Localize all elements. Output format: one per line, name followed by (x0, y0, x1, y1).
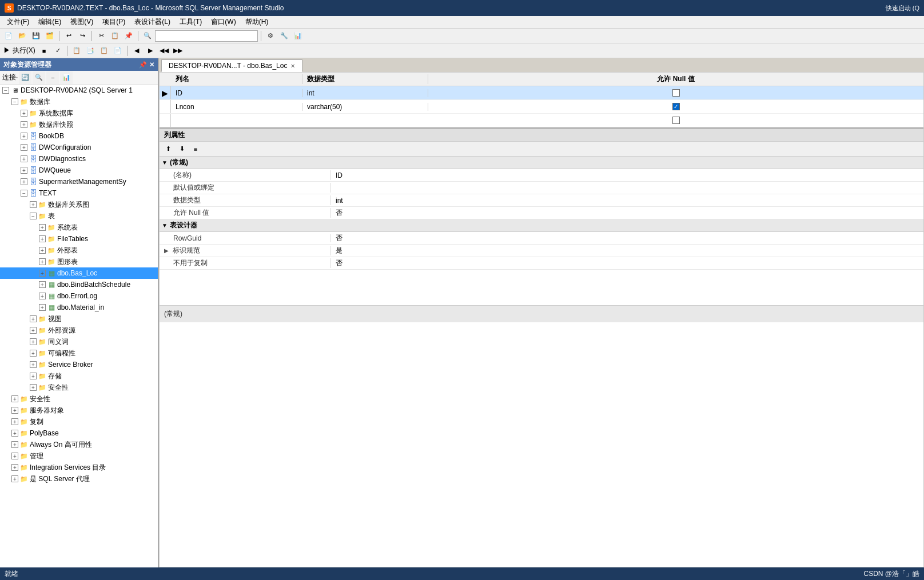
tree-item-material[interactable]: +▦dbo.Material_in (0, 302, 158, 313)
prop-value-rowguid[interactable]: 否 (331, 233, 923, 243)
search-input[interactable] (155, 30, 258, 42)
tree-item-filetables[interactable]: +📁FileTables (0, 233, 158, 245)
expand-icon-external[interactable]: + (30, 327, 37, 334)
tb2-btn3[interactable]: 📋 (98, 45, 110, 57)
tb2-btn1[interactable]: 📋 (70, 45, 83, 57)
tree-item-bookdb[interactable]: +🗄BookDB (0, 130, 158, 142)
expand-icon-polybase[interactable]: + (11, 430, 18, 437)
expand-icon-servicebroker[interactable]: + (30, 361, 37, 368)
expand-icon-text[interactable]: − (21, 190, 27, 197)
expand-icon-dwqueue[interactable]: + (21, 167, 27, 174)
prop-value-noreplicate[interactable]: 否 (331, 258, 923, 268)
table-row[interactable]: Lncon varchar(50) (160, 100, 923, 114)
undo-btn[interactable]: ↩ (62, 30, 75, 42)
props-row-identity[interactable]: ▶ 标识规范 是 (160, 245, 923, 257)
expand-icon-dwconfig[interactable]: + (21, 144, 27, 151)
menu-project[interactable]: 项目(P) (98, 16, 130, 28)
cut-btn[interactable]: ✂ (95, 30, 107, 42)
tree-item-dwconfig[interactable]: +🗄DWConfiguration (0, 142, 158, 153)
props-row-rowguid[interactable]: RowGuid 否 (160, 232, 923, 245)
tree-item-tables[interactable]: −📁表 (0, 210, 158, 222)
expand-icon-bindbatch[interactable]: + (39, 281, 46, 288)
expand-icon-systemdbs[interactable]: + (21, 110, 27, 117)
tree-item-programmability[interactable]: +📁可编程性 (0, 347, 158, 359)
tree-item-dbsnapshots[interactable]: +📁数据库快照 (0, 119, 158, 130)
oe-collapse-btn[interactable]: − (46, 71, 59, 84)
menu-file[interactable]: 文件(F) (2, 16, 34, 28)
props-categorized-btn[interactable]: ≡ (189, 143, 202, 155)
expand-icon-synonyms[interactable]: + (30, 338, 37, 345)
save-btn[interactable]: 💾 (30, 30, 42, 42)
expand-icon-material[interactable]: + (39, 304, 46, 311)
oe-close-btn[interactable]: ✕ (149, 61, 154, 69)
oe-pin-btn[interactable]: 📌 (139, 61, 147, 69)
tree-item-storage[interactable]: +📁存储 (0, 370, 158, 382)
tree-item-alwayson[interactable]: +📁Always On 高可用性 (0, 439, 158, 450)
menu-edit[interactable]: 编辑(E) (34, 16, 66, 28)
menu-help[interactable]: 帮助(H) (241, 16, 273, 28)
parse-btn[interactable]: ✓ (51, 45, 64, 57)
tb2-btn4[interactable]: 📄 (111, 45, 124, 57)
expand-icon-sqlagent[interactable]: + (11, 475, 18, 482)
menu-tabledesigner[interactable]: 表设计器(L) (130, 16, 175, 28)
tab-close-btn[interactable]: ✕ (290, 63, 295, 69)
tb-btn2[interactable]: 🔧 (278, 30, 290, 42)
expand-icon-server[interactable]: − (2, 87, 9, 94)
tree-item-replication[interactable]: +📁复制 (0, 416, 158, 427)
tree-item-serverobjects[interactable]: +📁服务器对象 (0, 405, 158, 416)
expand-icon-filetables[interactable]: + (39, 235, 46, 242)
redo-btn[interactable]: ↪ (76, 30, 89, 42)
menu-tools[interactable]: 工具(T) (175, 16, 206, 28)
properties-btn[interactable]: ⚙ (264, 30, 277, 42)
new-query-btn[interactable]: 📄 (2, 30, 15, 42)
expand-icon-tables[interactable]: − (30, 213, 37, 219)
paste-btn[interactable]: 📌 (122, 30, 135, 42)
expand-icon-security2[interactable]: + (30, 384, 37, 391)
tree-item-integration[interactable]: +📁Integration Services 目录 (0, 462, 158, 473)
props-row-name[interactable]: (名称) ID (160, 169, 923, 182)
tree-item-sqlagent[interactable]: +📁是 SQL Server 代理 (0, 473, 158, 485)
expand-icon-security[interactable]: + (11, 395, 18, 402)
tree-item-bas_loc[interactable]: +▦dbo.Bas_Loc (0, 267, 158, 279)
props-sort-desc-btn[interactable]: ⬇ (176, 143, 188, 155)
table-row-empty[interactable] (160, 114, 923, 127)
expand-icon-integration[interactable]: + (11, 464, 18, 471)
props-sort-asc-btn[interactable]: ⬆ (162, 143, 174, 155)
tb2-btn8[interactable]: ▶▶ (172, 45, 184, 57)
tree-item-externaltables[interactable]: +📁外部表 (0, 245, 158, 256)
expand-icon-graphtables[interactable]: + (39, 258, 46, 265)
stop-btn[interactable]: ■ (38, 45, 50, 57)
prop-value-datatype[interactable]: int (331, 197, 923, 205)
tree-item-supermarket[interactable]: +🗄SupermarketManagementSy (0, 176, 158, 187)
oe-stats-btn[interactable]: 📊 (60, 71, 73, 84)
tree-item-dwqueue[interactable]: +🗄DWQueue (0, 165, 158, 176)
expand-icon-dwdiag[interactable]: + (21, 155, 27, 162)
tree-item-management[interactable]: +📁管理 (0, 450, 158, 462)
tb2-btn5[interactable]: ◀ (130, 45, 143, 57)
tree-item-text[interactable]: −🗄TEXT (0, 187, 158, 199)
expand-icon-views[interactable]: + (30, 315, 37, 322)
tree-item-polybase[interactable]: +📁PolyBase (0, 427, 158, 439)
table-row[interactable]: ▶ ID int (160, 86, 923, 100)
tree-item-errorlog[interactable]: +▦dbo.ErrorLog (0, 290, 158, 302)
copy-btn[interactable]: 📋 (109, 30, 121, 42)
prop-value-nullable[interactable]: 否 (331, 208, 923, 218)
tree-item-graphtables[interactable]: +📁图形表 (0, 256, 158, 267)
props-section-header-general[interactable]: ▼ (常规) (160, 157, 923, 169)
tree-item-systables[interactable]: +📁系统表 (0, 222, 158, 233)
expand-icon-dbsnapshots[interactable]: + (21, 121, 27, 128)
nullable-checkbox-2[interactable] (672, 103, 680, 110)
cell-type-2[interactable]: varchar(50) (302, 103, 428, 111)
tb2-btn6[interactable]: ▶ (144, 45, 157, 57)
prop-value-name[interactable]: ID (331, 171, 923, 179)
search-btn[interactable]: 🔍 (141, 30, 154, 42)
tree-item-dbdiagram[interactable]: +📁数据库关系图 (0, 199, 158, 210)
nullable-checkbox-1[interactable] (672, 89, 680, 97)
expand-icon-systables[interactable]: + (39, 224, 46, 231)
open-btn[interactable]: 📂 (16, 30, 29, 42)
expand-icon-bookdb[interactable]: + (21, 133, 27, 139)
tab-table-design[interactable]: DESKTOP-RV0DAN...T - dbo.Bas_Loc ✕ (161, 59, 302, 72)
expand-icon-databases[interactable]: − (11, 98, 18, 105)
props-section-header-td[interactable]: ▼ 表设计器 (160, 219, 923, 232)
expand-icon-dbdiagram[interactable]: + (30, 201, 37, 208)
